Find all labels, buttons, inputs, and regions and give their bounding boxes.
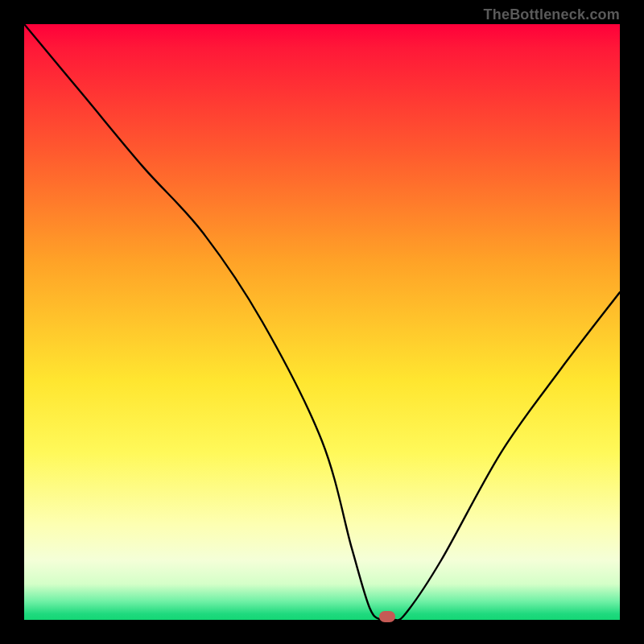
watermark-text: TheBottleneck.com (484, 6, 620, 23)
optimum-marker (379, 611, 395, 622)
bottleneck-curve (24, 24, 620, 620)
chart-frame: TheBottleneck.com (0, 0, 644, 644)
